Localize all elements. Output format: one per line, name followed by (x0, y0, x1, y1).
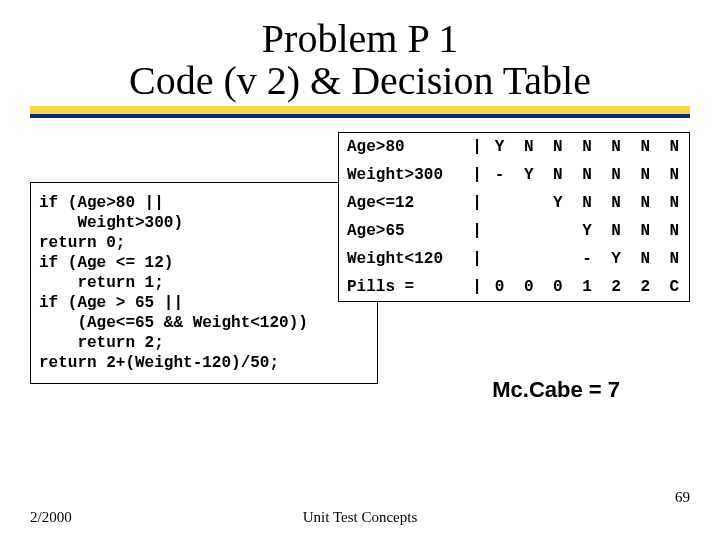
row-separator: | (469, 161, 485, 189)
table-cell: 0 (514, 273, 543, 301)
table-cell: N (602, 133, 631, 161)
table-row: Age<=12|YNNNN (339, 189, 689, 217)
table-cell: Y (602, 245, 631, 273)
table-cell: Y (572, 217, 601, 245)
table-cell: N (631, 133, 660, 161)
table-cell: C (660, 273, 689, 301)
table-cell: Y (543, 189, 572, 217)
row-separator: | (469, 133, 485, 161)
table-cell (485, 245, 514, 273)
title-line2: Code (v 2) & Decision Table (0, 60, 720, 102)
table-cell (514, 217, 543, 245)
table-cell: N (631, 161, 660, 189)
table-cell: N (631, 217, 660, 245)
table-cell: N (660, 133, 689, 161)
table-cell: N (631, 189, 660, 217)
rule-yellow (30, 106, 690, 114)
table-cell: N (602, 189, 631, 217)
table-cell: Y (485, 133, 514, 161)
table-cell: - (485, 161, 514, 189)
row-label: Weight<120 (339, 245, 469, 273)
table-cell: N (572, 133, 601, 161)
table-cell: N (660, 189, 689, 217)
decision-table-grid: Age>80|YNNNNNNWeight>300|-YNNNNNAge<=12|… (339, 133, 689, 301)
table-cell: Y (514, 161, 543, 189)
content-area: if (Age>80 || Weight>300) return 0; if (… (30, 132, 690, 452)
footer-pageno: 69 (675, 489, 690, 506)
code-listing: if (Age>80 || Weight>300) return 0; if (… (30, 182, 378, 384)
table-cell: N (543, 133, 572, 161)
table-cell: N (572, 161, 601, 189)
row-label: Age<=12 (339, 189, 469, 217)
row-separator: | (469, 217, 485, 245)
row-separator: | (469, 189, 485, 217)
table-row: Weight<120|-YNN (339, 245, 689, 273)
row-label: Weight>300 (339, 161, 469, 189)
row-separator: | (469, 273, 485, 301)
slide-title: Problem P 1 Code (v 2) & Decision Table (0, 0, 720, 102)
table-cell: N (572, 189, 601, 217)
table-cell: 0 (485, 273, 514, 301)
footer-center: Unit Test Concepts (0, 509, 720, 526)
table-cell: N (660, 161, 689, 189)
row-label: Age>65 (339, 217, 469, 245)
row-label: Age>80 (339, 133, 469, 161)
decision-table: Age>80|YNNNNNNWeight>300|-YNNNNNAge<=12|… (338, 132, 690, 302)
table-row: Weight>300|-YNNNNN (339, 161, 689, 189)
rule-blue (30, 114, 690, 118)
table-row: Age>80|YNNNNNN (339, 133, 689, 161)
table-cell: 0 (543, 273, 572, 301)
table-cell (543, 217, 572, 245)
table-cell: 2 (602, 273, 631, 301)
table-cell (514, 189, 543, 217)
table-cell: - (572, 245, 601, 273)
row-label: Pills = (339, 273, 469, 301)
table-cell (543, 245, 572, 273)
table-row: Age>65|YNNN (339, 217, 689, 245)
table-cell: N (631, 245, 660, 273)
title-line1: Problem P 1 (0, 18, 720, 60)
table-cell: N (543, 161, 572, 189)
table-cell: N (602, 217, 631, 245)
table-row: Pills =|000122C (339, 273, 689, 301)
row-separator: | (469, 245, 485, 273)
table-cell (485, 189, 514, 217)
table-cell (514, 245, 543, 273)
table-cell: 1 (572, 273, 601, 301)
table-cell: N (602, 161, 631, 189)
table-cell: 2 (631, 273, 660, 301)
table-cell (485, 217, 514, 245)
mccabe-note: Mc.Cabe = 7 (492, 377, 620, 403)
table-cell: N (660, 217, 689, 245)
title-rule (30, 106, 690, 118)
table-cell: N (514, 133, 543, 161)
table-cell: N (660, 245, 689, 273)
